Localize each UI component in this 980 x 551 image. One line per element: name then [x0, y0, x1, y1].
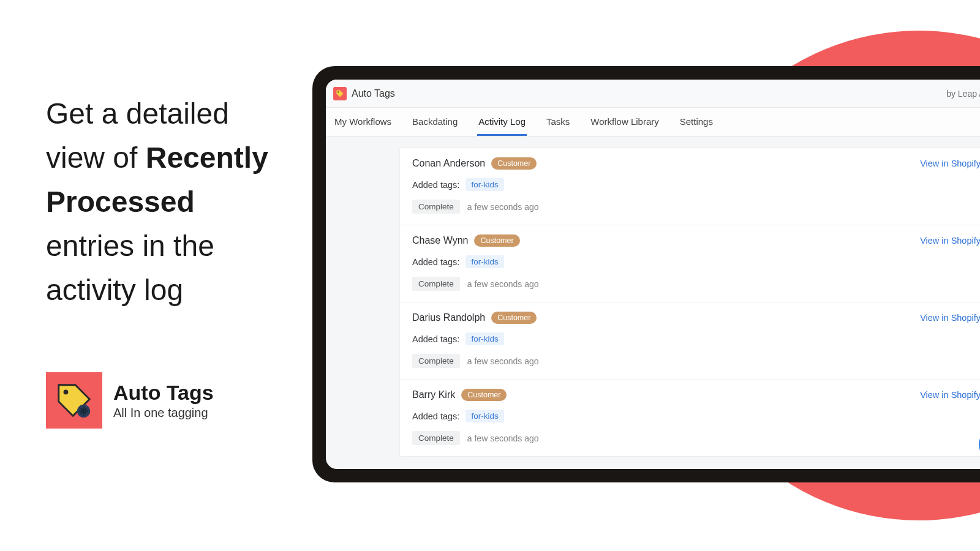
tab-settings[interactable]: Settings: [679, 108, 714, 136]
status-badge: Complete: [412, 277, 460, 291]
svg-point-0: [64, 390, 69, 395]
app-header: Auto Tags by Leap Apps: [326, 80, 980, 108]
product-logo-icon: [46, 372, 102, 429]
added-tags-label: Added tags:: [412, 334, 459, 344]
log-entry: Barry KirkCustomerView in ShopifyAdded t…: [400, 380, 980, 456]
app-title: Auto Tags: [352, 88, 395, 99]
log-card: Conan AndersonCustomerView in ShopifyAdd…: [399, 148, 980, 457]
timestamp: a few seconds ago: [467, 202, 539, 212]
view-in-shopify-link[interactable]: View in Shopify: [920, 236, 980, 246]
view-in-shopify-link[interactable]: View in Shopify: [920, 159, 980, 168]
tab-my-workflows[interactable]: My Workflows: [333, 108, 393, 136]
product-name: Auto Tags: [113, 381, 214, 405]
type-badge: Customer: [461, 389, 507, 401]
tag-chip: for-kids: [466, 255, 503, 268]
app-byline: by Leap Apps: [946, 89, 980, 99]
view-in-shopify-link[interactable]: View in Shopify: [920, 390, 980, 400]
view-in-shopify-link[interactable]: View in Shopify: [920, 313, 980, 323]
entity-name: Chase Wynn: [412, 235, 468, 246]
headline-part2: entries in the activity log: [46, 230, 214, 306]
added-tags-label: Added tags:: [412, 257, 459, 267]
marketing-headline: Get a detailed view of Recently Processe…: [46, 92, 291, 312]
tab-tasks[interactable]: Tasks: [545, 108, 571, 136]
status-badge: Complete: [412, 354, 460, 368]
entity-name: Conan Anderson: [412, 158, 485, 169]
device-frame: Auto Tags by Leap Apps My WorkflowsBackd…: [312, 66, 980, 482]
status-badge: Complete: [412, 431, 460, 445]
added-tags-label: Added tags:: [412, 180, 459, 190]
log-entry: Darius RandolphCustomerView in ShopifyAd…: [400, 302, 980, 380]
tab-bar: My WorkflowsBackdatingActivity LogTasksW…: [326, 108, 980, 137]
status-badge: Complete: [412, 200, 460, 214]
log-entry: Conan AndersonCustomerView in ShopifyAdd…: [400, 148, 980, 225]
entity-name: Barry Kirk: [412, 389, 455, 400]
svg-point-2: [82, 410, 86, 413]
type-badge: Customer: [491, 157, 537, 170]
type-badge: Customer: [474, 234, 519, 247]
tab-workflow-library[interactable]: Workflow Library: [589, 108, 660, 136]
tag-chip: for-kids: [466, 410, 503, 422]
timestamp: a few seconds ago: [467, 433, 539, 443]
app-logo-icon: [333, 87, 347, 100]
product-tagline: All In one tagging: [113, 406, 214, 420]
type-badge: Customer: [491, 312, 537, 324]
app-window: Auto Tags by Leap Apps My WorkflowsBackd…: [326, 80, 980, 469]
timestamp: a few seconds ago: [467, 279, 539, 289]
timestamp: a few seconds ago: [467, 356, 539, 366]
svg-point-3: [337, 91, 339, 92]
product-badge: Auto Tags All In one tagging: [46, 372, 214, 429]
activity-log-content: Conan AndersonCustomerView in ShopifyAdd…: [326, 137, 980, 457]
added-tags-label: Added tags:: [412, 411, 459, 421]
tab-backdating[interactable]: Backdating: [411, 108, 459, 136]
entity-name: Darius Randolph: [412, 312, 485, 323]
tab-activity-log[interactable]: Activity Log: [477, 108, 527, 136]
tag-chip: for-kids: [466, 332, 503, 345]
log-entry: Chase WynnCustomerView in ShopifyAdded t…: [400, 225, 980, 302]
tag-chip: for-kids: [466, 178, 503, 191]
